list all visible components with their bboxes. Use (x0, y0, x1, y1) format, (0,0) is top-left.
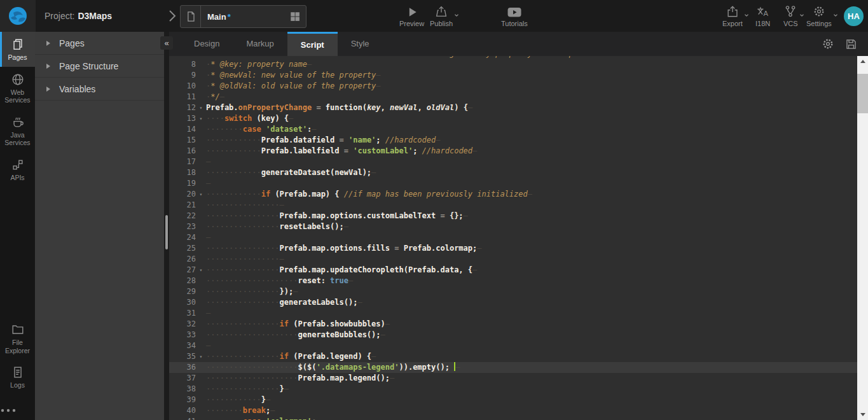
indent-whitespace: ···················· (206, 374, 298, 382)
code-line[interactable]: 10 ·* @oldVal: old value of the property… (169, 81, 857, 92)
eol-marker: – (357, 298, 362, 307)
fold-arrow-icon[interactable]: ▾ (196, 351, 206, 362)
code-line[interactable]: 33 ····················generateBubbles()… (169, 330, 857, 340)
tab-script[interactable]: Script (287, 32, 338, 56)
tutorials-button[interactable]: Tutorials (501, 4, 528, 27)
code-line[interactable]: 17 – (169, 157, 857, 167)
code-token: newVal (390, 103, 417, 112)
code-line[interactable]: 36 ····················$($('.datamaps-le… (169, 362, 857, 373)
code-line[interactable]: 13▾····switch (key) {– (169, 113, 857, 124)
code-line[interactable]: 8 ·* @key: property name– (169, 59, 857, 70)
code-line[interactable]: 9 ·* @newVal: new value of the property– (169, 70, 857, 81)
code-line[interactable]: 39 ············}– (169, 395, 857, 405)
code-line[interactable]: 34 – (169, 340, 857, 351)
indent-whitespace: ················ (206, 319, 280, 328)
fold-arrow-icon[interactable]: ▾ (196, 113, 206, 124)
code-line[interactable]: 23 ················resetLabels();– (169, 221, 857, 232)
code-line[interactable]: 27▾················Prefab.map.updateChor… (169, 265, 857, 276)
gutter-spacer (196, 243, 206, 254)
code-line[interactable]: 26 ················– (169, 254, 857, 265)
tab-markup[interactable]: Markup (233, 32, 287, 56)
fold-arrow-icon[interactable]: ▾ (196, 189, 206, 200)
settings-button[interactable]: Settings (806, 4, 832, 27)
fold-arrow-icon[interactable]: ▾ (196, 102, 206, 113)
code-line[interactable]: 11 ·*/– (169, 92, 857, 102)
gear-icon (806, 4, 832, 18)
code-line[interactable]: 38 ················}– (169, 384, 857, 395)
code-line[interactable]: 15 ············Prefab.datafield = 'name'… (169, 135, 857, 146)
panel-scrollbar-thumb[interactable] (165, 215, 168, 249)
more-options-button[interactable] (0, 407, 35, 414)
code-line[interactable]: 24 – (169, 232, 857, 243)
gutter-spacer (196, 178, 206, 189)
save-button[interactable] (844, 32, 858, 56)
code-line[interactable]: 29 ················});– (169, 286, 857, 297)
editor-settings-button[interactable] (821, 32, 835, 56)
scroll-down-arrow-icon[interactable] (860, 413, 865, 416)
code-line[interactable]: 25 ················Prefab.map.options.fi… (169, 243, 857, 254)
code-line[interactable]: 16 ············Prefab.labelfield = 'cust… (169, 146, 857, 157)
code-token: $($( (298, 363, 317, 372)
scroll-up-arrow-icon[interactable] (860, 60, 865, 63)
preview-button[interactable]: Preview (399, 4, 424, 27)
sidebar-item-web-services[interactable]: Web Services (0, 67, 35, 109)
sidebar-item-pages[interactable]: Pages (0, 32, 35, 67)
code-line[interactable]: 14 ········case 'dataset':– (169, 124, 857, 135)
code-line[interactable]: 28 ····················reset: true– (169, 276, 857, 286)
editor-scrollbar-thumb[interactable] (857, 74, 868, 113)
code-line[interactable]: 19 – (169, 178, 857, 189)
code-line[interactable]: 30 ················generateLabels();– (169, 297, 857, 308)
code-token: Prefab. (206, 103, 238, 112)
code-token: , (417, 103, 426, 112)
code-token: } (280, 384, 284, 393)
svg-text:A: A (763, 10, 768, 18)
code-token: true (330, 276, 348, 285)
code-line[interactable]: 37 ····················Prefab.map.legend… (169, 373, 857, 384)
code-line[interactable]: 32 ················if (Prefab.showbubble… (169, 319, 857, 330)
sidebar-item-label: File Explorer (0, 339, 35, 354)
collapse-panel-button[interactable]: « (160, 36, 173, 50)
expand-arrow-icon (46, 64, 50, 69)
nodes-icon (0, 158, 35, 172)
panel-scrollbar[interactable] (164, 32, 169, 420)
page-tab-main[interactable]: Main* (180, 5, 307, 28)
publish-button[interactable]: Publish (430, 4, 453, 27)
sidebar-item-java-services[interactable]: Java Services (0, 109, 35, 152)
indent-whitespace: ············ (206, 136, 261, 144)
script-editor[interactable]: 7 ·* this function will be invoked when … (169, 56, 857, 420)
tab-style[interactable]: Style (338, 32, 383, 56)
sidebar-item-logs[interactable]: Logs (0, 360, 35, 395)
panel-section-pages[interactable]: Pages (35, 32, 164, 55)
avatar[interactable]: HA (844, 6, 864, 26)
code-token: generateLabels(); (280, 298, 358, 307)
grid-icon[interactable] (284, 11, 306, 22)
editor-scrollbar[interactable] (857, 56, 868, 420)
app-logo[interactable] (0, 0, 36, 32)
panel-section-variables[interactable]: Variables (35, 78, 164, 101)
code-line[interactable]: 35▾················if (Prefab.legend) {– (169, 351, 857, 362)
code-line[interactable]: 18 ············generateDataset(newVal);– (169, 167, 857, 178)
eol-marker: – (348, 276, 353, 285)
code-line[interactable]: 22 ················Prefab.map.options.cu… (169, 211, 857, 221)
sidebar-item-apis[interactable]: APIs (0, 152, 35, 187)
fold-arrow-icon[interactable]: ▾ (196, 265, 206, 276)
eol-marker: – (381, 330, 385, 339)
i18n-button[interactable]: AI18N (755, 4, 770, 27)
code-line[interactable]: 20▾············if (Prefab.map) { //if ma… (169, 189, 857, 200)
export-button[interactable]: Export (722, 4, 743, 27)
tab-design[interactable]: Design (181, 32, 233, 56)
chevron-right-icon[interactable] (164, 8, 179, 24)
vcs-button[interactable]: VCS (783, 4, 798, 27)
sidebar-item-file-explorer[interactable]: File Explorer (0, 317, 35, 360)
panel-section-page-structure[interactable]: Page Structure (35, 55, 164, 78)
gutter-spacer (196, 384, 206, 395)
code-line[interactable]: 41 ········case 'colormap':– (169, 416, 857, 420)
code-line[interactable]: 12▾Prefab.onPropertyChange = function(ke… (169, 102, 857, 113)
code-line[interactable]: 21 ················– (169, 200, 857, 211)
code-token: if (280, 352, 289, 361)
gear-icon (821, 37, 835, 51)
indent-whitespace: ············ (206, 146, 261, 155)
line-number: 18 (169, 167, 196, 178)
code-line[interactable]: 40 ········break;– (169, 405, 857, 416)
code-line[interactable]: 31 – (169, 308, 857, 319)
